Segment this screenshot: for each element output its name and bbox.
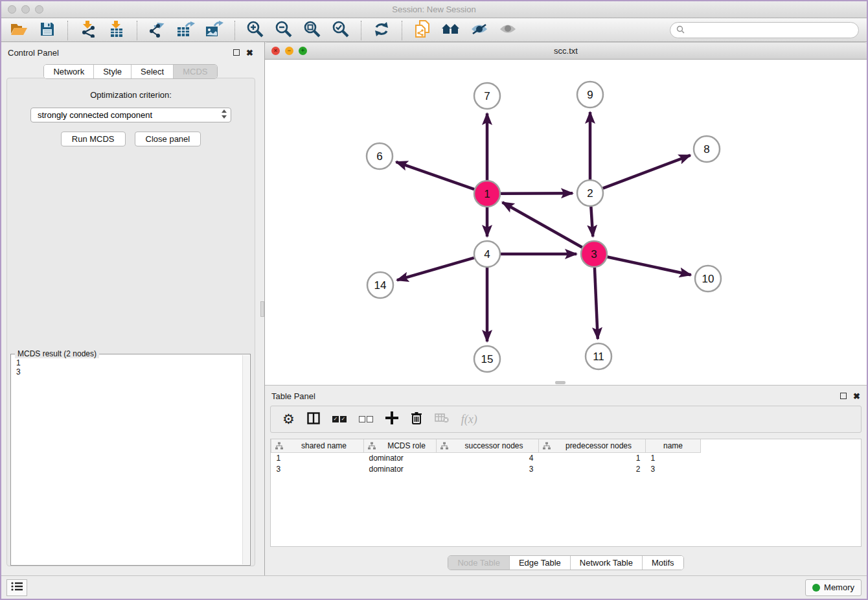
save-session-button[interactable]	[38, 21, 57, 40]
tab-motifs[interactable]: Motifs	[643, 556, 683, 570]
network-window-title: scc.txt	[265, 46, 867, 56]
main-toolbar	[1, 19, 867, 42]
graph-edge-2-8[interactable]	[603, 156, 691, 189]
search-input[interactable]	[688, 26, 852, 35]
close-panel-icon[interactable]: ✖	[853, 392, 860, 400]
checked-box-icon: ✓	[332, 416, 339, 422]
cell[interactable]: 4	[437, 452, 539, 463]
add-column-button[interactable]	[385, 411, 398, 427]
export-table-button[interactable]	[176, 21, 196, 40]
column-header-mcds-role[interactable]: MCDS role	[364, 439, 437, 452]
graph-edge-3-1[interactable]	[503, 202, 582, 247]
cell[interactable]: 3	[437, 463, 539, 474]
close-panel-icon[interactable]: ✖	[246, 49, 253, 57]
network-graph[interactable]: 7968124314101511	[265, 60, 867, 385]
graph-edge-4-14[interactable]	[397, 258, 474, 281]
mcds-result-text[interactable]: 1 3	[11, 356, 242, 565]
search-field[interactable]	[670, 22, 859, 38]
float-panel-icon[interactable]	[840, 393, 847, 399]
close-panel-button[interactable]: Close panel	[135, 132, 201, 146]
zoom-in-button[interactable]	[246, 21, 265, 40]
tab-node-table[interactable]: Node Table	[448, 556, 510, 570]
tab-network-table[interactable]: Network Table	[571, 556, 643, 570]
gear-icon: ⚙	[282, 413, 295, 426]
column-header-predecessor-nodes[interactable]: predecessor nodes	[539, 439, 646, 452]
zoom-in-icon	[247, 21, 264, 40]
plus-icon	[385, 411, 398, 427]
column-type-icon	[368, 442, 376, 452]
import-network-button[interactable]	[78, 21, 98, 40]
column-header-name[interactable]: name	[646, 439, 701, 452]
table-settings-button[interactable]: ⚙	[282, 413, 295, 426]
network-maximize-button[interactable]: +	[299, 47, 307, 55]
zoom-fit-button[interactable]	[303, 21, 322, 40]
graph-edge-1-6[interactable]	[396, 162, 474, 189]
control-panel: Control Panel ✖ Network Style Select MCD…	[1, 42, 260, 575]
hide-selected-button[interactable]	[470, 21, 489, 40]
cell[interactable]: 2	[539, 463, 646, 474]
graph-node-label-7: 7	[484, 90, 490, 102]
float-panel-icon[interactable]	[233, 49, 240, 56]
column-type-icon	[543, 442, 551, 452]
cell[interactable]: 3	[271, 463, 364, 474]
zoom-fit-icon	[304, 21, 321, 40]
cell[interactable]: dominator	[364, 463, 437, 474]
delete-table-button[interactable]	[435, 413, 449, 426]
network-close-button[interactable]: ×	[271, 47, 280, 55]
toolbar-separator	[234, 21, 235, 40]
show-all-button[interactable]	[498, 21, 518, 40]
tab-style[interactable]: Style	[94, 65, 131, 78]
column-header-shared-name[interactable]: shared name	[271, 439, 364, 452]
graph-node-label-2: 2	[587, 187, 593, 200]
tab-network[interactable]: Network	[44, 65, 94, 78]
refresh-button[interactable]	[372, 21, 391, 40]
delete-column-button[interactable]	[411, 411, 422, 428]
column-type-icon	[440, 442, 448, 452]
column-header-successor-nodes[interactable]: successor nodes	[437, 439, 539, 452]
export-image-icon	[205, 21, 223, 40]
split-divider[interactable]	[260, 42, 265, 575]
graph-edge-3-11[interactable]	[595, 268, 598, 339]
canvas-scroll-handle[interactable]	[555, 381, 565, 384]
result-scrollbar[interactable]	[242, 355, 249, 564]
graph-edge-3-10[interactable]	[608, 257, 691, 275]
tab-edge-table[interactable]: Edge Table	[510, 556, 571, 570]
open-folder-icon	[10, 22, 28, 39]
run-mcds-button[interactable]: Run MCDS	[61, 132, 126, 146]
cell[interactable]: 1	[539, 452, 646, 463]
export-network-button[interactable]	[148, 21, 167, 40]
network-canvas[interactable]: 7968124314101511	[265, 60, 867, 385]
home-button[interactable]	[441, 21, 461, 40]
select-all-button[interactable]: ✓✓	[332, 416, 347, 422]
export-table-icon	[177, 21, 195, 40]
cell[interactable]: 3	[646, 463, 701, 474]
deselect-all-button[interactable]	[359, 416, 373, 422]
zoom-out-button[interactable]	[274, 21, 293, 40]
unchecked-box-icon	[367, 416, 373, 422]
cell[interactable]: 1	[646, 452, 701, 463]
graph-node-label-14: 14	[374, 279, 387, 292]
graph-edge-1-2[interactable]	[501, 193, 573, 194]
cell[interactable]: 1	[271, 452, 364, 463]
open-session-button[interactable]	[9, 21, 29, 40]
cell[interactable]: dominator	[364, 452, 437, 463]
tab-select[interactable]: Select	[131, 65, 174, 78]
tab-mcds[interactable]: MCDS	[174, 65, 216, 78]
task-history-button[interactable]	[6, 579, 27, 596]
optimization-criterion-select[interactable]: strongly connected component	[30, 108, 231, 122]
graph-edge-2-3[interactable]	[591, 207, 593, 237]
show-columns-button[interactable]	[307, 412, 320, 427]
column-type-icon	[275, 442, 283, 452]
home-icon	[441, 23, 461, 38]
trash-icon	[411, 411, 422, 428]
memory-button[interactable]: Memory	[805, 579, 862, 596]
export-image-button[interactable]	[205, 21, 224, 40]
network-from-selection-button[interactable]	[413, 21, 432, 40]
node-table: shared name MCDS role successor nodes pr…	[270, 439, 862, 547]
toolbar-separator	[361, 21, 361, 40]
import-table-button[interactable]	[107, 21, 126, 40]
function-builder-button[interactable]: f(x)	[461, 413, 477, 426]
divider-grip[interactable]	[260, 301, 264, 317]
network-minimize-button[interactable]: −	[285, 47, 293, 55]
zoom-selected-button[interactable]	[331, 21, 350, 40]
